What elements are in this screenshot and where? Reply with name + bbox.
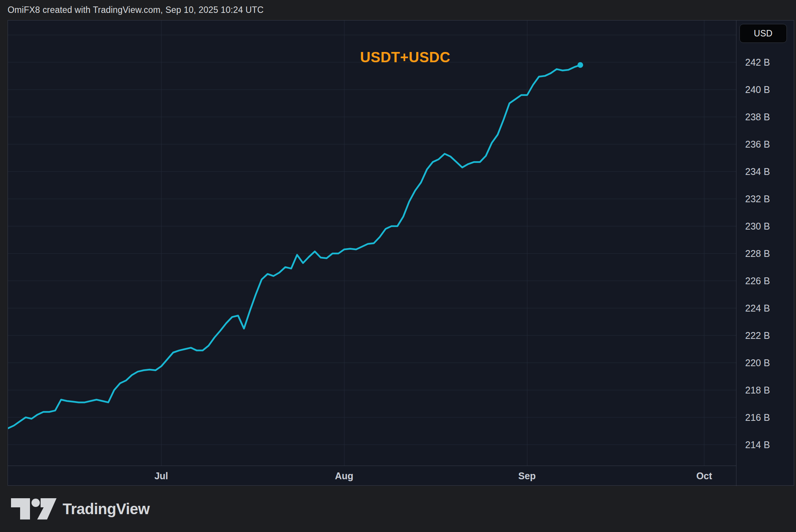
price-axis-label: 240 B [745, 84, 770, 95]
last-price-marker [577, 62, 583, 68]
price-axis-label: 214 B [745, 439, 770, 450]
tradingview-logo[interactable]: TradingView [10, 498, 149, 519]
price-axis-label: 238 B [745, 112, 770, 122]
chart-pane: USDT+USDC USD 242 B240 B238 B236 B234 B2… [8, 20, 794, 486]
price-axis-label: 236 B [745, 139, 770, 150]
header-bar: OmiFX8 created with TradingView.com, Sep… [0, 0, 796, 20]
tradingview-logo-icon [10, 498, 57, 519]
currency-unit-button[interactable]: USD [739, 24, 787, 43]
price-axis-label: 222 B [745, 330, 770, 341]
price-axis-label: 220 B [745, 357, 770, 368]
price-axis-label: 242 B [745, 57, 770, 68]
price-axis-label: 230 B [745, 221, 770, 231]
time-axis-label: Aug [335, 466, 354, 486]
time-axis-label: Oct [696, 466, 712, 486]
price-axis-label: 232 B [745, 194, 770, 204]
footer-bar: TradingView [0, 486, 796, 532]
price-axis-label: 234 B [745, 166, 770, 177]
price-axis[interactable]: USD 242 B240 B238 B236 B234 B232 B230 B2… [736, 20, 794, 486]
plot-area[interactable]: USDT+USDC [8, 20, 736, 466]
price-axis-label: 218 B [745, 385, 770, 395]
chart-attribution-title: OmiFX8 created with TradingView.com, Sep… [8, 5, 264, 15]
price-axis-label: 226 B [745, 275, 770, 286]
series-label: USDT+USDC [360, 49, 450, 66]
time-axis[interactable]: JulAugSepOct [8, 466, 736, 486]
price-axis-label: 216 B [745, 412, 770, 423]
price-axis-label: 228 B [745, 248, 770, 259]
price-line-chart [8, 20, 736, 466]
price-axis-label: 224 B [745, 303, 770, 313]
time-axis-label: Jul [154, 466, 168, 486]
tradingview-wordmark: TradingView [63, 501, 149, 518]
time-axis-label: Sep [518, 466, 536, 486]
